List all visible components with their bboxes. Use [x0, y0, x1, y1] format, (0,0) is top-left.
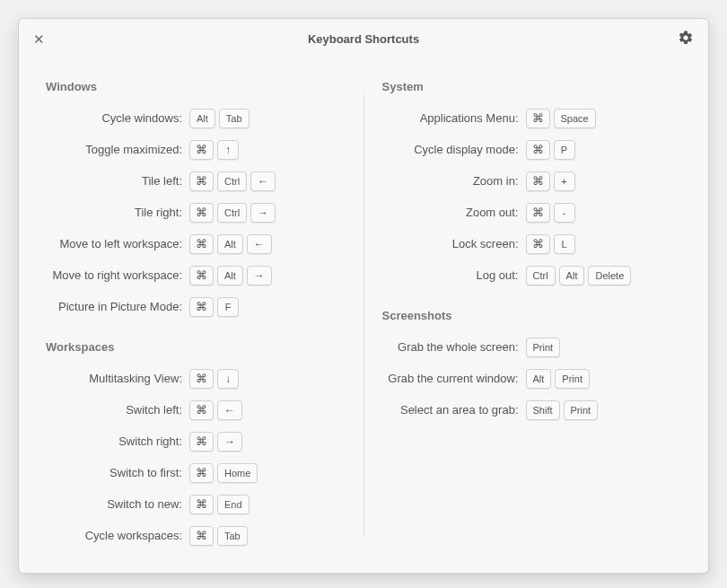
- key: ⌘: [189, 140, 214, 160]
- shortcut-row: Zoom in:⌘+: [373, 169, 691, 193]
- key: Print: [564, 400, 599, 420]
- shortcut-row: Zoom out:⌘-: [373, 200, 691, 224]
- key: Alt: [189, 109, 215, 128]
- key: Print: [555, 369, 590, 389]
- shortcut-keys: ⌘End: [189, 495, 250, 514]
- key: -: [554, 203, 575, 223]
- dialog-title: Keyboard Shortcuts: [308, 32, 419, 46]
- screenshots-list: Grab the whole screen:PrintGrab the curr…: [373, 335, 691, 422]
- shortcut-label: Cycle display mode:: [373, 143, 526, 156]
- shortcut-row: Toggle maximized:⌘↑: [37, 137, 355, 162]
- shortcut-keys: ⌘Ctrl←: [189, 171, 276, 191]
- shortcut-row: Tile left:⌘Ctrl←: [37, 169, 355, 193]
- shortcut-label: Cycle windows:: [37, 111, 189, 125]
- key: ⌘: [189, 400, 214, 420]
- shortcut-keys: ⌘+: [526, 171, 575, 191]
- key: Delete: [588, 266, 631, 285]
- shortcut-label: Tile right:: [37, 206, 189, 219]
- shortcut-keys: ⌘←: [189, 400, 242, 420]
- key: ⌘: [189, 297, 214, 317]
- shortcut-label: Move to right workspace:: [37, 268, 189, 282]
- key: ⌘: [189, 203, 214, 223]
- shortcut-keys: ⌘L: [526, 234, 575, 254]
- key: →: [217, 432, 242, 452]
- shortcut-keys: ⌘Home: [189, 463, 258, 483]
- shortcut-row: Switch left:⌘←: [37, 398, 355, 422]
- shortcut-keys: ⌘Alt←: [189, 234, 272, 254]
- shortcut-keys: ⌘Ctrl→: [189, 203, 276, 223]
- key: ⌘: [189, 171, 214, 191]
- shortcut-keys: AltTab: [189, 109, 250, 128]
- key: P: [554, 140, 575, 160]
- key: Home: [217, 463, 258, 483]
- key: F: [217, 297, 239, 317]
- key: Ctrl: [217, 203, 247, 223]
- shortcut-label: Zoom in:: [373, 174, 526, 188]
- key: ⌘: [189, 369, 214, 389]
- shortcut-keys: ⌘Alt→: [189, 266, 272, 285]
- shortcut-row: Tile right:⌘Ctrl→: [37, 200, 355, 224]
- shortcut-label: Cycle workspaces:: [37, 529, 189, 542]
- left-column: Windows Cycle windows:AltTabToggle maxim…: [28, 58, 364, 555]
- shortcut-row: Cycle workspaces:⌘Tab: [37, 523, 355, 548]
- shortcut-row: Switch to new:⌘End: [37, 492, 355, 516]
- key: ⌘: [526, 171, 550, 191]
- key: ⌘: [526, 109, 550, 128]
- close-icon[interactable]: ✕: [33, 31, 45, 48]
- key: Print: [526, 338, 561, 357]
- section-title-screenshots: Screenshots: [382, 309, 691, 322]
- shortcut-label: Switch right:: [37, 434, 189, 448]
- shortcut-label: Picture in Picture Mode:: [37, 300, 189, 313]
- shortcut-keys: ⌘-: [526, 203, 575, 223]
- key: L: [554, 234, 575, 254]
- key: ⌘: [189, 234, 214, 254]
- shortcut-keys: ⌘↑: [189, 140, 239, 160]
- shortcut-row: Cycle windows:AltTab: [37, 106, 355, 130]
- shortcut-label: Toggle maximized:: [37, 143, 189, 156]
- key: →: [250, 203, 276, 223]
- shortcut-label: Switch left:: [37, 403, 189, 417]
- key: Alt: [526, 369, 552, 389]
- shortcut-row: Move to left workspace:⌘Alt←: [37, 232, 355, 256]
- key: Shift: [526, 400, 560, 420]
- shortcut-label: Grab the current window:: [373, 372, 526, 385]
- key: ←: [250, 171, 276, 191]
- shortcut-keys: ⌘F: [189, 297, 239, 317]
- shortcut-row: Select an area to grab:ShiftPrint: [373, 398, 691, 422]
- shortcut-label: Tile left:: [37, 174, 189, 188]
- key: ↓: [217, 369, 239, 389]
- shortcut-label: Multitasking View:: [37, 372, 189, 385]
- key: End: [217, 495, 250, 514]
- shortcut-keys: ⌘P: [526, 140, 575, 160]
- key: Space: [554, 109, 596, 128]
- shortcut-keys: ShiftPrint: [526, 400, 599, 420]
- shortcut-row: Grab the current window:AltPrint: [373, 366, 691, 391]
- shortcut-label: Move to left workspace:: [37, 237, 189, 250]
- key: Tab: [217, 526, 248, 546]
- key: ⌘: [189, 432, 214, 452]
- key: ⌘: [189, 463, 214, 483]
- shortcut-label: Grab the whole screen:: [373, 340, 526, 354]
- shortcut-label: Switch to first:: [37, 466, 189, 479]
- shortcut-row: Log out:CtrlAltDelete: [373, 263, 691, 287]
- shortcut-keys: CtrlAltDelete: [526, 266, 632, 285]
- key: ⌘: [189, 495, 214, 514]
- key: ⌘: [526, 203, 550, 223]
- shortcut-label: Applications Menu:: [373, 111, 526, 125]
- gear-icon[interactable]: [678, 30, 694, 48]
- workspaces-list: Multitasking View:⌘↓Switch left:⌘←Switch…: [37, 366, 355, 548]
- key: →: [247, 266, 272, 285]
- system-list: Applications Menu:⌘SpaceCycle display mo…: [373, 106, 691, 287]
- key: Alt: [217, 234, 243, 254]
- shortcut-keys: AltPrint: [526, 369, 590, 389]
- section-title-workspaces: Workspaces: [46, 340, 355, 354]
- section-title-windows: Windows: [46, 80, 355, 93]
- header: ✕ Keyboard Shortcuts: [19, 19, 708, 58]
- key: Ctrl: [526, 266, 556, 285]
- key: ⌘: [526, 234, 550, 254]
- key: Tab: [219, 109, 250, 128]
- shortcut-row: Cycle display mode:⌘P: [373, 137, 691, 162]
- shortcut-label: Log out:: [373, 268, 526, 282]
- key: Ctrl: [217, 171, 247, 191]
- shortcut-row: Picture in Picture Mode:⌘F: [37, 294, 355, 319]
